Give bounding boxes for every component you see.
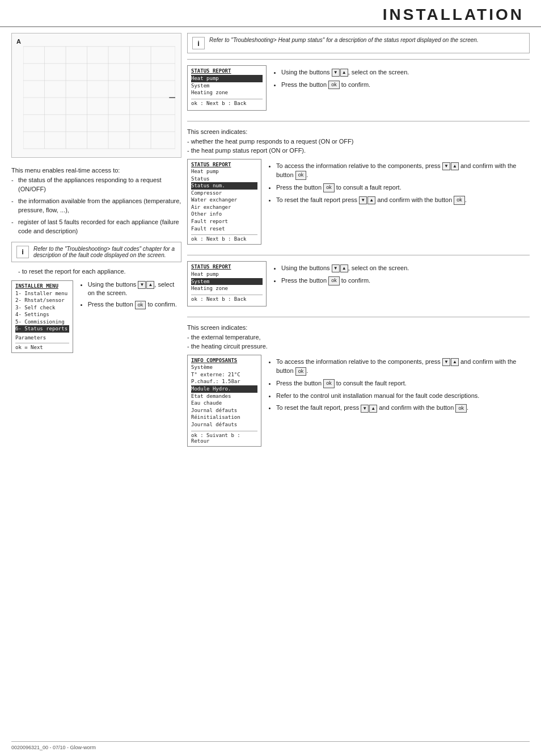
screen-status-report-1: STATUS REPORT Heat pump System Heating z… (187, 65, 267, 111)
r1-updown: ▼ ▲ (332, 69, 348, 77)
menu-description: This menu enables real-time access to: t… (11, 166, 181, 236)
screen-status-report-3: STATUS REPORT Heat pump System Heating z… (187, 261, 267, 306)
r4-down[interactable]: ▼ (442, 358, 450, 366)
step-block-installer: INSTALLER MENU 1- Installer menu 2- Rhst… (11, 280, 181, 358)
r4-step3: Refer to the control unit installation m… (276, 391, 530, 401)
s4-title: INFO COMPOSANTS (191, 358, 257, 363)
s1-item1: System (191, 82, 263, 90)
s2-item3: Water exchanger (191, 196, 257, 204)
s2-item4: Air exchanger (191, 204, 257, 211)
right-text-block-2: To access the information relative to th… (267, 159, 530, 208)
info-icon: i (16, 246, 29, 258)
r2-ok1[interactable]: ok (295, 171, 307, 180)
up-arrow-btn[interactable]: ▲ (146, 281, 154, 289)
r2-step2: Press the button ok to consult a fault r… (276, 183, 530, 192)
footer-doc: 0020096321_00 - 07/10 - Glow-worm (11, 745, 96, 750)
s1-title: STATUS REPORT (191, 68, 263, 74)
screen1-footer: ok = Next (15, 343, 69, 350)
r1-down[interactable]: ▼ (332, 69, 340, 77)
screen1-title: INSTALLER MENU (15, 283, 69, 289)
r2-up[interactable]: ▲ (451, 162, 459, 170)
right-text-block-4: To access the information relative to th… (267, 355, 530, 416)
s2-item5: Other info (191, 211, 257, 218)
s4-item2: Etat demandes (191, 393, 257, 400)
r2-updown: ▼ ▲ (442, 162, 459, 170)
r3-updown: ▼ ▲ (332, 264, 348, 272)
s4-item3: Eau chaude (191, 400, 257, 407)
r2-down[interactable]: ▼ (442, 162, 450, 170)
r4-up[interactable]: ▲ (451, 358, 459, 366)
right-column: i Refer to "Troubleshooting> Heat pump s… (187, 33, 530, 457)
screen1-item1: 1- Installer menu (15, 290, 69, 297)
step1-item: Using the buttons ▼ ▲ , select on the sc… (88, 280, 181, 298)
right-section-4: This screen indicates: - the external te… (187, 317, 530, 456)
r4-down2[interactable]: ▼ (361, 405, 369, 413)
r4-ok1[interactable]: ok (295, 367, 307, 376)
diagram-grid (23, 45, 175, 152)
s4-item0: T° externe: 21°C (191, 371, 257, 379)
left-column: A (11, 33, 181, 457)
s2-title: STATUS REPORT (191, 162, 257, 167)
r4-step1: To access the information relative to th… (276, 357, 530, 376)
r4-updown2: ▼ ▲ (361, 405, 377, 413)
screen1-sub: Parameters (15, 335, 69, 341)
screen-info-composants: INFO COMPOSANTS Système T° externe: 21°C… (187, 355, 261, 447)
r3-step1: Using the buttons ▼ ▲ , select on the sc… (281, 263, 409, 273)
s2-item2: Compressor (191, 190, 257, 197)
r3-down[interactable]: ▼ (332, 264, 340, 272)
menu-items-list: the status of the appliances responding … (11, 175, 181, 236)
describe-block-2: This screen indicates: - whether the hea… (187, 127, 530, 156)
r2-updown2: ▼ ▲ (359, 196, 375, 204)
r1-step2: Press the button ok to confirm. (281, 80, 409, 90)
r2-step3: To reset the fault report press ▼ ▲ and … (276, 195, 530, 205)
ok-btn-1[interactable]: ok (135, 301, 146, 309)
r2-ok2[interactable]: ok (323, 183, 335, 192)
s2-item0: Status (191, 175, 257, 183)
s2-item6: Fault report (191, 218, 257, 225)
info-box-fault-codes: i Refer to the "Troubleshooting> fault c… (11, 242, 181, 262)
r1-up[interactable]: ▲ (340, 69, 348, 77)
reset-text: - to reset the report for each appliance… (18, 268, 181, 275)
r4-ok3[interactable]: ok (455, 404, 467, 413)
diagram-area: A (11, 33, 181, 158)
s3-title: STATUS REPORT (191, 264, 263, 270)
screen-installer-menu: INSTALLER MENU 1- Installer menu 2- Rhst… (11, 280, 73, 354)
screen1-item6: 6- Status reports (15, 325, 69, 333)
s4-item4: Journal défauts (191, 407, 257, 414)
s1-footer: ok : Next b : Back (191, 99, 263, 106)
r2-up2[interactable]: ▲ (367, 196, 375, 204)
info-box-text: Refer to the "Troubleshooting> fault cod… (33, 246, 176, 258)
s2-subtitle: Heat pump (191, 169, 257, 174)
page-footer: 0020096321_00 - 07/10 - Glow-worm (11, 741, 530, 750)
s1-item2: Heating zone (191, 89, 263, 96)
r1-step1: Using the buttons ▼ ▲ , select on the sc… (281, 68, 409, 77)
r3-step2: Press the button ok to confirm. (281, 276, 409, 285)
diagram-label-a: A (16, 38, 21, 45)
right-section-3: STATUS REPORT Heat pump System Heating z… (187, 255, 530, 317)
screen1-item2: 2- Rhstat/sensor (15, 297, 69, 304)
right-text-block-1: Using the buttons ▼ ▲ , select on the sc… (272, 65, 409, 92)
page-header: INSTALLATION (0, 0, 541, 27)
screen-status-report-2: STATUS REPORT Heat pump Status Status nu… (187, 159, 261, 245)
s1-highlight: Heat pump (191, 75, 263, 82)
r4-ok2[interactable]: ok (323, 379, 335, 388)
r3-ok[interactable]: ok (328, 276, 340, 285)
menu-item-1: the status of the appliances responding … (11, 175, 181, 194)
r1-ok[interactable]: ok (328, 81, 340, 90)
top-info-box: i Refer to "Troubleshooting> Heat pump s… (187, 33, 530, 53)
step2-item: Press the button ok to confirm. (88, 300, 181, 309)
r4-step4: To reset the fault report, press ▼ ▲ and… (276, 403, 530, 413)
r3-up[interactable]: ▲ (340, 264, 348, 272)
page-title: INSTALLATION (17, 6, 524, 24)
r4-up2[interactable]: ▲ (369, 405, 377, 413)
s4-highlight: Module Hydro. (191, 385, 257, 393)
screen1-item3: 3- Self check (15, 304, 69, 312)
down-arrow-btn[interactable]: ▼ (138, 281, 146, 289)
s2-highlight: Status num. (191, 182, 257, 190)
s2-footer: ok : Next b : Back (191, 234, 257, 242)
screen1-item5: 5- Commissioning (15, 318, 69, 326)
menu-item-2: the information available from the appli… (11, 196, 181, 215)
r2-down2[interactable]: ▼ (359, 196, 367, 204)
s3-item2: Heating zone (191, 285, 263, 292)
r2-ok3[interactable]: ok (454, 196, 465, 205)
